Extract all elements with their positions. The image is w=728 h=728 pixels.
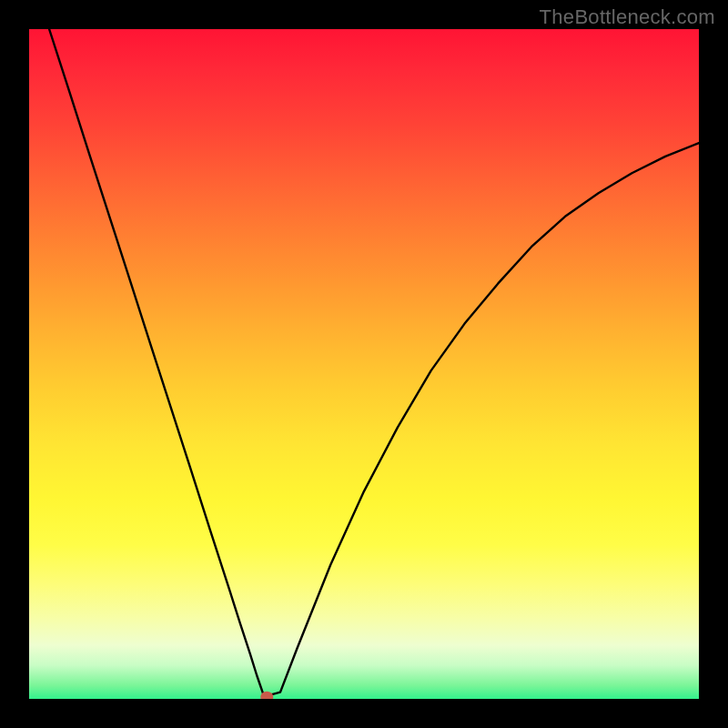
bottleneck-curve bbox=[49, 29, 699, 695]
chart-svg bbox=[29, 29, 699, 699]
chart-frame: TheBottleneck.com bbox=[0, 0, 728, 728]
watermark-text: TheBottleneck.com bbox=[540, 5, 715, 29]
plot-area bbox=[29, 29, 699, 699]
